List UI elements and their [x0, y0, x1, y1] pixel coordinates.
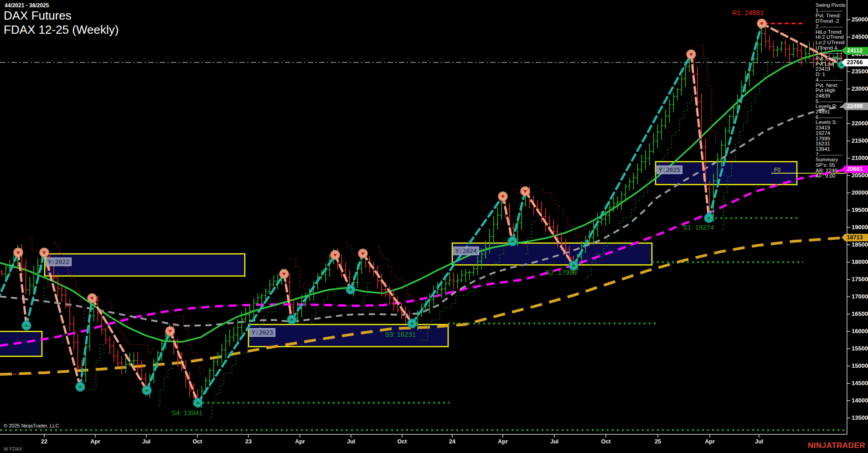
ninjatrader-chart-window: 44/2021 - 38/2025 DAX Futures FDAX 12-25…	[0, 0, 868, 453]
ma-mid-gray	[0, 106, 847, 326]
swing-up-line	[574, 54, 691, 266]
swing-up-line	[512, 191, 525, 241]
swing-down-line	[335, 255, 351, 289]
swing-up-line	[292, 255, 335, 319]
year-range-box	[45, 254, 245, 276]
trailing-high-step-line	[26, 29, 842, 373]
swing-up-line	[351, 253, 363, 289]
swing-down-line	[18, 252, 26, 325]
swing-down-line	[284, 274, 292, 319]
swing-down-line	[503, 196, 512, 242]
swing-down-line	[691, 54, 709, 218]
price-chart-svg[interactable]	[0, 0, 868, 453]
swing-up-line	[0, 252, 18, 301]
swing-down-line	[363, 253, 412, 324]
swing-down-line	[92, 298, 147, 390]
swing-up-line	[26, 252, 44, 325]
